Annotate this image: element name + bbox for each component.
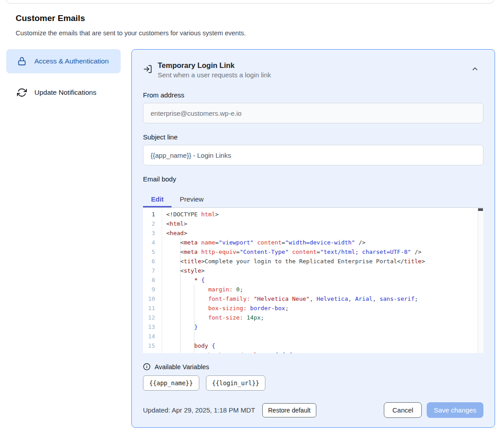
email-body-label: Email body: [143, 175, 483, 183]
page: Customer Emails Customize the emails tha…: [0, 0, 504, 438]
lock-icon: [17, 56, 27, 66]
sidebar-item-label: Update Notifications: [34, 87, 97, 98]
panel-title: Temporary Login Link: [158, 61, 483, 70]
email-sections-sidebar: Access & Authentication Update Notificat…: [6, 49, 121, 105]
code-line: 1<!DOCTYPE html>: [143, 210, 483, 219]
editor-scrollbar-thumb[interactable]: [478, 208, 483, 211]
updated-timestamp: Updated: Apr 29, 2025, 1:18 PM MDT: [143, 406, 255, 414]
editor-gutter-divider: [162, 208, 162, 353]
subject-line-input[interactable]: [143, 145, 483, 165]
email-body-tabs: Edit Preview: [143, 193, 483, 208]
code-line: 3<head>: [143, 228, 483, 238]
indent-guide: [180, 238, 181, 353]
cancel-button[interactable]: Cancel: [384, 402, 422, 418]
available-variables-row: Available Variables: [143, 363, 483, 371]
panel-subtitle: Sent when a user requests a login link: [158, 71, 483, 79]
email-body-code-editor[interactable]: 1<!DOCTYPE html>2<html>3<head>4 <meta na…: [143, 208, 483, 353]
page-subtitle: Customize the emails that are sent to yo…: [16, 29, 246, 37]
refresh-icon: [17, 88, 27, 97]
restore-default-button[interactable]: Restore default: [262, 403, 316, 417]
tab-edit[interactable]: Edit: [143, 193, 172, 207]
subject-line-label: Subject line: [143, 133, 483, 141]
temporary-login-link-panel: Temporary Login Link Sent when a user re…: [131, 49, 495, 428]
login-icon: [143, 64, 152, 76]
variable-chip-login-url[interactable]: {{login_url}}: [206, 375, 266, 391]
from-address-input[interactable]: [143, 103, 483, 123]
variable-chips: {{app_name}} {{login_url}}: [143, 375, 483, 391]
available-variables-label: Available Variables: [155, 363, 209, 371]
code-line: 6 <title>Complete your login to the Repl…: [143, 257, 483, 266]
variable-chip-app-name[interactable]: {{app_name}}: [143, 375, 199, 391]
sidebar-item-update-notifications[interactable]: Update Notifications: [6, 80, 121, 105]
save-changes-button[interactable]: Save changes: [427, 402, 483, 418]
page-title: Customer Emails: [16, 13, 85, 23]
indent-guide: [194, 285, 194, 353]
tab-preview[interactable]: Preview: [172, 193, 211, 207]
sidebar-item-label: Access & Authentication: [34, 56, 109, 67]
from-address-label: From address: [143, 91, 483, 99]
code-line: 4 <meta name="viewport" content="width=d…: [143, 238, 483, 247]
editor-scrollbar-track[interactable]: [478, 208, 483, 353]
chevron-up-icon: [471, 67, 479, 74]
code-line: 8 * {: [143, 275, 483, 285]
collapse-button[interactable]: [471, 65, 479, 73]
code-line: 7 <style>: [143, 266, 483, 275]
code-line: 5 <meta http-equiv="Content-Type" conten…: [143, 247, 483, 257]
code-line: 2<html>: [143, 219, 483, 228]
previous-section-border: [6, 0, 494, 4]
panel-footer: Updated: Apr 29, 2025, 1:18 PM MDT Resto…: [143, 402, 483, 418]
panel-header: Temporary Login Link Sent when a user re…: [143, 61, 483, 79]
info-icon: [143, 363, 151, 371]
sidebar-item-access-authentication[interactable]: Access & Authentication: [6, 49, 121, 73]
